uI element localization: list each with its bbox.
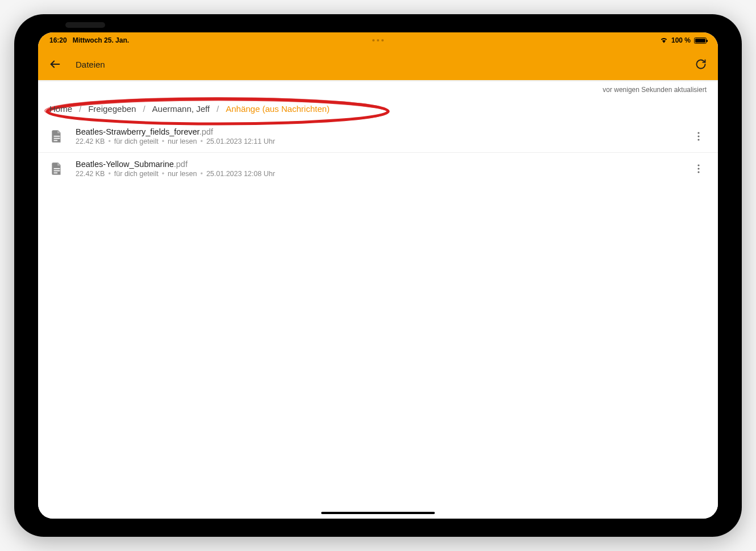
svg-point-13	[697, 164, 699, 166]
svg-rect-11	[54, 170, 60, 172]
svg-point-14	[697, 168, 699, 169]
refresh-button[interactable]	[694, 57, 708, 71]
file-list: Beatles-Strawberry_fields_forever.pdf22.…	[38, 120, 718, 185]
page-title: Dateien	[76, 60, 105, 69]
updated-label: vor wenigen Sekunden aktualisiert	[38, 80, 718, 94]
svg-point-15	[697, 171, 699, 173]
file-row[interactable]: Beatles-Strawberry_fields_forever.pdf22.…	[38, 120, 718, 153]
breadcrumb-item[interactable]: Anhänge (aus Nachrichten)	[226, 104, 330, 114]
breadcrumb: Home/Freigegeben/Auermann, Jeff/Anhänge …	[49, 104, 707, 114]
svg-rect-4	[54, 136, 60, 137]
svg-rect-6	[54, 140, 58, 141]
file-icon	[49, 160, 64, 178]
breadcrumb-separator: /	[79, 104, 81, 114]
more-menu-button[interactable]	[691, 128, 707, 144]
multitask-dots[interactable]	[372, 39, 384, 41]
breadcrumb-container: Home/Freigegeben/Auermann, Jeff/Anhänge …	[38, 94, 718, 120]
more-menu-button[interactable]	[691, 161, 707, 177]
svg-point-7	[697, 132, 699, 133]
file-info: Beatles-Yellow_Submarine.pdf22.42 KB•für…	[76, 160, 679, 178]
app-bar: Dateien	[38, 48, 718, 80]
breadcrumb-separator: /	[143, 104, 145, 114]
screen: 16:20 Mittwoch 25. Jan. 100 % Dateien	[38, 32, 718, 519]
file-meta: 22.42 KB•für dich geteilt•nur lesen•25.0…	[76, 137, 679, 145]
svg-point-9	[697, 139, 699, 140]
breadcrumb-item[interactable]: Auermann, Jeff	[152, 104, 210, 114]
file-info: Beatles-Strawberry_fields_forever.pdf22.…	[76, 127, 679, 145]
file-meta: 22.42 KB•für dich geteilt•nur lesen•25.0…	[76, 170, 679, 178]
wifi-icon	[660, 36, 668, 44]
battery-icon	[694, 37, 707, 44]
home-indicator[interactable]	[321, 512, 435, 514]
status-right: 100 %	[660, 36, 707, 44]
svg-point-8	[697, 135, 699, 137]
breadcrumb-separator: /	[217, 104, 219, 114]
breadcrumb-item[interactable]: Freigegeben	[88, 104, 136, 114]
status-left: 16:20 Mittwoch 25. Jan.	[49, 36, 129, 44]
breadcrumb-item[interactable]: Home	[49, 104, 72, 114]
file-row[interactable]: Beatles-Yellow_Submarine.pdf22.42 KB•für…	[38, 153, 718, 185]
status-bar: 16:20 Mittwoch 25. Jan. 100 %	[38, 32, 718, 48]
svg-rect-5	[54, 138, 60, 139]
status-date: Mittwoch 25. Jan.	[73, 36, 129, 44]
svg-rect-12	[54, 173, 58, 174]
back-button[interactable]	[48, 57, 62, 71]
battery-percent: 100 %	[671, 36, 691, 44]
content-area: vor wenigen Sekunden aktualisiert Home/F…	[38, 80, 718, 519]
file-name: Beatles-Strawberry_fields_forever.pdf	[76, 127, 679, 136]
svg-rect-10	[54, 168, 60, 169]
file-name: Beatles-Yellow_Submarine.pdf	[76, 160, 679, 169]
file-icon	[49, 127, 64, 145]
status-time: 16:20	[49, 36, 67, 44]
tablet-frame: 16:20 Mittwoch 25. Jan. 100 % Dateien	[14, 14, 742, 537]
